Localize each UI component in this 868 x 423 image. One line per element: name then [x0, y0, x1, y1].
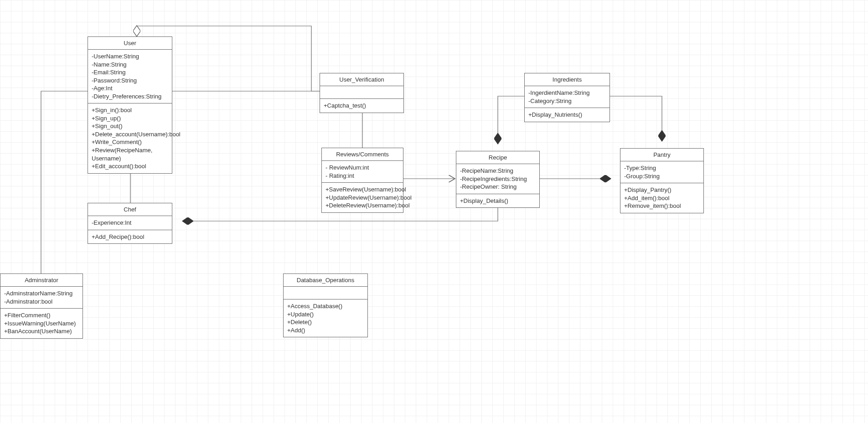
- attr-row: -IngerdientName:String: [528, 89, 606, 97]
- class-pantry[interactable]: Pantry -Type:String -Group:String +Displ…: [620, 148, 704, 213]
- attributes-section: [320, 86, 403, 99]
- attributes-section: -RecipeName:String -RecipeIngredients:St…: [456, 164, 539, 194]
- op-row: +Delete(): [287, 318, 364, 326]
- attr-row: -Category:String: [528, 97, 606, 105]
- class-administrator[interactable]: Adminstrator -AdminstratorName:String -A…: [0, 273, 83, 339]
- operations-section: +FilterComment() +IssueWarning(UserName)…: [0, 309, 83, 338]
- op-row: +Review(RecipeName, Username): [92, 146, 168, 162]
- op-row: +Display_Nutrients(): [528, 111, 606, 119]
- class-title: Ingredients: [525, 73, 610, 86]
- attr-row: -Dietry_Preferences:String: [92, 93, 168, 101]
- class-title: Chef: [88, 203, 172, 216]
- op-row: +Access_Database(): [287, 302, 364, 310]
- class-chef[interactable]: Chef -Experience:Int +Add_Recipe():bool: [88, 203, 172, 244]
- diagram-canvas[interactable]: User -UserName:String -Name:String -Emai…: [0, 0, 868, 423]
- attr-row: - ReviewNum:int: [326, 164, 399, 172]
- attr-row: -Age:Int: [92, 84, 168, 93]
- op-row: +DeleteReview(Username):bool: [326, 201, 399, 210]
- attributes-section: - ReviewNum:int - Rating:int: [322, 161, 403, 183]
- op-row: +Sign_in():bool: [92, 106, 168, 114]
- op-row: +Display_Details(): [460, 197, 536, 205]
- op-row: +Add(): [287, 326, 364, 335]
- op-row: +Add_Recipe():bool: [92, 233, 168, 241]
- class-database-operations[interactable]: Database_Operations +Access_Database() +…: [283, 273, 368, 337]
- class-reviews-comments[interactable]: Reviews/Comments - ReviewNum:int - Ratin…: [321, 148, 403, 213]
- class-recipe[interactable]: Recipe -RecipeName:String -RecipeIngredi…: [456, 151, 540, 208]
- attr-row: -RecipeName:String: [460, 167, 536, 175]
- operations-section: +Display_Details(): [456, 194, 539, 208]
- operations-section: +SaveReview(Username):bool +UpdateReview…: [322, 183, 403, 212]
- attr-row: -Group:String: [624, 172, 700, 181]
- class-user[interactable]: User -UserName:String -Name:String -Emai…: [88, 36, 172, 174]
- op-row: +Captcha_test(): [324, 102, 400, 110]
- op-row: +IssueWarning(UserName): [4, 320, 79, 328]
- op-row: +Edit_account():bool: [92, 162, 168, 170]
- op-row: +Sign_out(): [92, 122, 168, 130]
- class-title: Pantry: [620, 149, 703, 161]
- attr-row: -Password:String: [92, 77, 168, 85]
- class-title: Adminstrator: [0, 274, 83, 287]
- op-row: +Update(): [287, 310, 364, 319]
- attributes-section: -UserName:String -Name:String -Email:Str…: [88, 50, 172, 103]
- op-row: +Display_Pantry(): [624, 186, 700, 194]
- class-title: Reviews/Comments: [322, 148, 403, 161]
- op-row: +UpdateReview(Username):bool: [326, 194, 399, 202]
- op-row: +Delete_account(Username):bool: [92, 130, 168, 139]
- attributes-section: -AdminstratorName:String -Adminstrator:b…: [0, 287, 83, 309]
- attributes-section: -Type:String -Group:String: [620, 161, 703, 183]
- attr-row: -AdminstratorName:String: [4, 289, 79, 298]
- operations-section: +Access_Database() +Update() +Delete() +…: [284, 299, 367, 337]
- attr-row: -RecipeOwner: String: [460, 183, 536, 191]
- class-title: Database_Operations: [284, 274, 367, 287]
- attr-row: -UserName:String: [92, 52, 168, 61]
- op-row: +Remove_item():bool: [624, 202, 700, 210]
- attributes-section: -IngerdientName:String -Category:String: [525, 86, 610, 108]
- op-row: +Sign_up(): [92, 114, 168, 123]
- attributes-section: [284, 287, 367, 299]
- attr-row: -Adminstrator:bool: [4, 298, 79, 306]
- op-row: +FilterComment(): [4, 311, 79, 320]
- attributes-section: -Experience:Int: [88, 216, 172, 230]
- op-row: +BanAccount(UserName): [4, 327, 79, 335]
- attr-row: -Type:String: [624, 164, 700, 172]
- op-row: +Add_item():bool: [624, 194, 700, 202]
- operations-section: +Display_Pantry() +Add_item():bool +Remo…: [620, 183, 703, 213]
- operations-section: +Display_Nutrients(): [525, 108, 610, 122]
- operations-section: +Captcha_test(): [320, 99, 403, 113]
- class-title: User: [88, 37, 172, 50]
- class-ingredients[interactable]: Ingredients -IngerdientName:String -Cate…: [524, 73, 610, 122]
- attr-row: -Name:String: [92, 61, 168, 69]
- operations-section: +Sign_in():bool +Sign_up() +Sign_out() +…: [88, 103, 172, 173]
- attr-row: -Experience:Int: [92, 219, 168, 227]
- attr-row: -RecipeIngredients:String: [460, 175, 536, 183]
- operations-section: +Add_Recipe():bool: [88, 230, 172, 244]
- attr-row: -Email:String: [92, 68, 168, 77]
- op-row: +Write_Comment(): [92, 138, 168, 146]
- class-title: User_Verification: [320, 73, 403, 86]
- op-row: +SaveReview(Username):bool: [326, 186, 399, 194]
- class-title: Recipe: [456, 151, 539, 164]
- class-user-verification[interactable]: User_Verification +Captcha_test(): [320, 73, 404, 113]
- attr-row: - Rating:int: [326, 172, 399, 180]
